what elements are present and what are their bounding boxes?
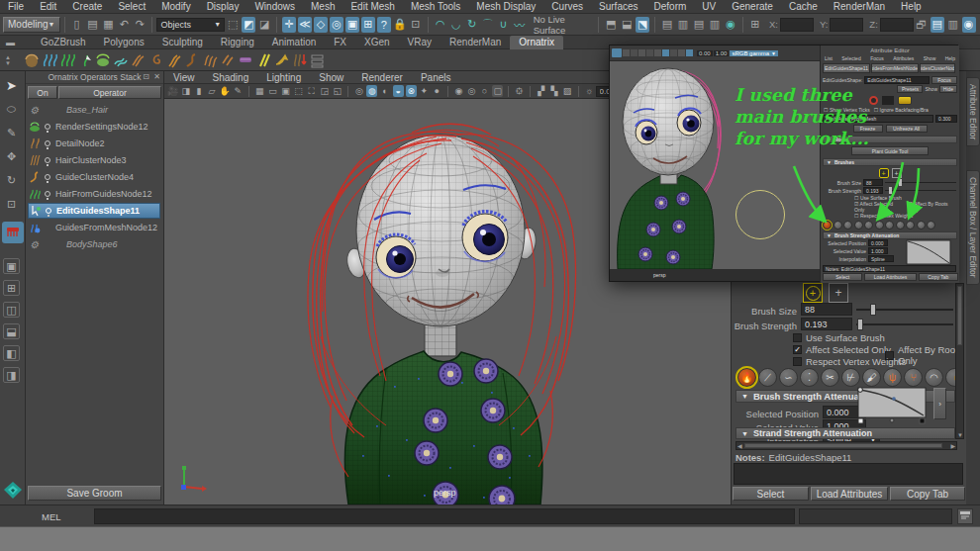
z-coord-input[interactable] bbox=[880, 18, 914, 32]
shelf-item-guide-red-icon[interactable] bbox=[290, 51, 308, 69]
inset-ae-focus-button[interactable]: Focus bbox=[931, 76, 957, 84]
curve-icon[interactable]: ⌒ bbox=[481, 17, 495, 33]
shelf-item-braid-icon[interactable] bbox=[237, 51, 254, 69]
attribute-editor-toggle-icon[interactable]: ▤ bbox=[931, 17, 944, 33]
menu-mesh-tools[interactable]: Mesh Tools bbox=[403, 0, 468, 14]
inset-affect-roots-checkbox[interactable]: ☐ Affect By Roots Only bbox=[909, 201, 959, 213]
select-hierarchy-icon[interactable]: ⬚ bbox=[226, 17, 240, 33]
panel-close-icon[interactable]: ✕ bbox=[153, 72, 160, 81]
rotate-tool-icon[interactable]: ↻ bbox=[3, 172, 20, 188]
shadows-icon[interactable]: ⛶ bbox=[306, 85, 317, 97]
horizontal-scrollbar[interactable]: ◀ ▶ bbox=[735, 441, 957, 450]
inset-brush-icon[interactable] bbox=[906, 221, 915, 230]
vertical-scrollbar[interactable]: ▼ bbox=[955, 283, 964, 439]
depth-peel-icon[interactable]: ▚ bbox=[548, 85, 559, 97]
scale-tool-icon[interactable]: ⊡ bbox=[3, 196, 20, 212]
snap-point-icon[interactable]: ◇ bbox=[314, 17, 328, 33]
menu-windows[interactable]: Windows bbox=[246, 0, 303, 14]
layout-four-pane-icon[interactable]: ⊞ bbox=[3, 280, 20, 296]
inset-yellow-swatch[interactable] bbox=[898, 96, 912, 105]
inset-ignore-backfacing-checkbox[interactable]: ☐ Ignore Backfacing/Bra bbox=[874, 107, 929, 113]
node-enabled-bulb-icon[interactable] bbox=[45, 191, 50, 197]
use-surface-brush-checkbox[interactable]: Use Surface Brush bbox=[793, 332, 885, 343]
stack-row-hairfromguides[interactable]: HairFromGuidesNode12 bbox=[28, 186, 160, 202]
menu-mesh[interactable]: Mesh bbox=[303, 0, 343, 14]
lights-icon[interactable]: ⬚ bbox=[293, 85, 304, 97]
bookmark-icon[interactable]: ▮ bbox=[193, 85, 204, 97]
inset-brush-icon[interactable] bbox=[854, 221, 863, 230]
respect-vertex-weights-checkbox[interactable]: Respect Vertex Weights bbox=[793, 356, 906, 367]
shelf-tab-fx[interactable]: FX bbox=[325, 36, 355, 49]
screenspace-ao-icon[interactable]: ◲ bbox=[319, 85, 330, 97]
menu-uv[interactable]: UV bbox=[694, 0, 724, 14]
brush-fire-icon[interactable]: 🔥 bbox=[737, 368, 756, 387]
inset-ae-hide-button[interactable]: Hide bbox=[939, 85, 957, 93]
shelf-item-arrows2-icon[interactable] bbox=[219, 51, 237, 69]
menu-surfaces[interactable]: Surfaces bbox=[591, 0, 645, 14]
load-attributes-button[interactable]: Load Attributes bbox=[811, 487, 888, 501]
ipr-render-icon[interactable]: ⬓ bbox=[620, 17, 634, 33]
inset-brush-strength-slider[interactable] bbox=[885, 190, 956, 191]
inset-brush-size-slider[interactable] bbox=[885, 182, 956, 183]
inset-unfreeze-all-button[interactable]: Unfreeze All bbox=[886, 125, 928, 133]
menu-generate[interactable]: Generate bbox=[724, 0, 781, 14]
menu-set-selector[interactable]: Modeling▼ bbox=[3, 17, 60, 33]
menu-cache[interactable]: Cache bbox=[781, 0, 826, 14]
inset-push-away-value[interactable]: 0.300 bbox=[935, 115, 957, 123]
add-brush-square-button[interactable]: + bbox=[829, 283, 848, 303]
brush-part-icon[interactable]: ⑂ bbox=[904, 368, 923, 387]
selection-mask-field[interactable]: Objects▼ bbox=[156, 18, 225, 32]
ornatrix-vp1-icon[interactable]: ◉ bbox=[453, 85, 464, 97]
shelf-item-clump-icon[interactable] bbox=[201, 51, 219, 69]
motion-blur-icon[interactable]: ◱ bbox=[332, 85, 343, 97]
inset-selected-value-value[interactable]: 1.000 bbox=[868, 247, 888, 254]
inset-ae-tab[interactable]: GuidesFromMeshNode12 bbox=[871, 63, 919, 73]
grid-icon[interactable]: ⊞ bbox=[748, 17, 762, 33]
shelf-tab-renderman[interactable]: RenderMan bbox=[441, 36, 510, 49]
mel-command-input[interactable] bbox=[94, 508, 795, 524]
anim-layer2-icon[interactable]: ▥ bbox=[676, 17, 690, 33]
viewport-menu-lighting[interactable]: Lighting bbox=[257, 71, 310, 84]
brush-comb-icon[interactable]: ⟋ bbox=[758, 368, 777, 387]
inset-ae-menu-item[interactable]: Attributes bbox=[893, 55, 914, 61]
select-component-icon[interactable]: ◪ bbox=[257, 17, 271, 33]
inset-brush-icon[interactable] bbox=[875, 221, 884, 230]
brush-strength-slider-thumb[interactable] bbox=[857, 319, 863, 330]
multisample-icon[interactable]: ▞ bbox=[536, 85, 546, 97]
highlight-selection-icon[interactable]: ⊡ bbox=[409, 17, 423, 33]
snap-curve-icon[interactable]: ≪ bbox=[298, 17, 312, 33]
curve2-icon[interactable]: ∪ bbox=[497, 17, 511, 33]
undo-icon[interactable]: ↶ bbox=[117, 17, 131, 33]
inset-brush-icon[interactable] bbox=[896, 221, 905, 230]
menu-file[interactable]: File bbox=[0, 0, 32, 14]
channel-box-tab[interactable]: Channel Box / Layer Editor bbox=[966, 170, 980, 285]
xray-joints-icon[interactable]: ◐ bbox=[379, 85, 390, 97]
ornatrix-brush-tool-icon[interactable] bbox=[2, 222, 24, 243]
open-scene-icon[interactable]: ▤ bbox=[86, 17, 100, 33]
curve-expand-button[interactable]: › bbox=[933, 388, 946, 419]
inset-ae-tab[interactable]: EditGuidesShape11 bbox=[823, 63, 870, 73]
gamma-toggle-icon[interactable]: ⊗ bbox=[406, 85, 417, 97]
layout-uv-editor-icon[interactable]: ◨ bbox=[3, 367, 20, 383]
light-icon[interactable]: ✦ bbox=[419, 85, 430, 97]
render-icon[interactable]: ⬒ bbox=[604, 17, 618, 33]
node-enabled-bulb-icon[interactable] bbox=[46, 208, 51, 214]
scroll-left-icon[interactable]: ◀ bbox=[737, 442, 742, 449]
camera-attrs-icon[interactable]: ◨ bbox=[180, 85, 191, 97]
xray-icon[interactable]: ◍ bbox=[366, 85, 377, 97]
inset-ae-menu-item[interactable]: Focus bbox=[870, 55, 884, 61]
brush-size-input[interactable] bbox=[801, 303, 852, 316]
shelf-tab-vray[interactable]: VRay bbox=[399, 36, 441, 49]
select-button[interactable]: Select bbox=[733, 487, 809, 501]
inset-ae-presets-button[interactable]: Presets bbox=[897, 85, 923, 93]
brush-size-slider-thumb[interactable] bbox=[870, 304, 876, 316]
inset-ae-show-label[interactable]: Show bbox=[925, 86, 937, 92]
inset-attenuation-section[interactable]: ▼Brush Strength Attenuation bbox=[823, 231, 957, 239]
shelf-item-fur-teapot-icon[interactable] bbox=[94, 51, 112, 69]
image-plane-icon[interactable]: ▱ bbox=[206, 85, 217, 97]
layout-single-pane-icon[interactable]: ▣ bbox=[3, 258, 20, 274]
brush-smooth-icon[interactable]: ∽ bbox=[779, 368, 798, 387]
shelf-tab-animation[interactable]: Animation bbox=[263, 36, 325, 49]
attenuation-curve[interactable] bbox=[856, 386, 930, 425]
selection-highlight-icon[interactable]: ⯐ bbox=[514, 85, 525, 97]
